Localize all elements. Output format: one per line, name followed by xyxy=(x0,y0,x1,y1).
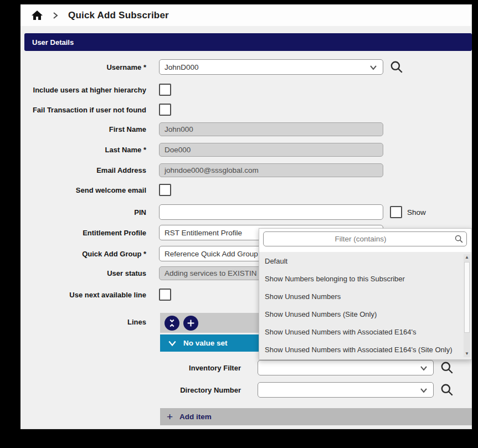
pin-label: PIN xyxy=(20,208,146,217)
send-welcome-checkbox[interactable] xyxy=(159,184,171,196)
scroll-up-icon[interactable]: ▲ xyxy=(464,254,470,261)
page-title: Quick Add Subscriber xyxy=(68,10,169,21)
chevron-down-icon xyxy=(420,364,428,372)
dropdown-scrollbar[interactable]: ▲ ▼ xyxy=(464,254,470,357)
pin-input[interactable] xyxy=(159,204,383,220)
chevron-down-icon xyxy=(369,64,377,71)
quick-add-subscriber-page: Quick Add Subscriber User Details Userna… xyxy=(20,4,472,429)
add-item-button[interactable]: + Add item xyxy=(160,408,472,425)
pin-show-checkbox[interactable] xyxy=(390,206,402,218)
use-next-line-checkbox[interactable] xyxy=(159,289,171,301)
page-header: Quick Add Subscriber xyxy=(20,4,471,26)
filter-search-icon xyxy=(454,234,464,244)
chevron-right-icon xyxy=(52,12,59,19)
quick-add-group-label: Quick Add Group * xyxy=(20,250,146,258)
username-label: Username * xyxy=(20,63,146,71)
directory-number-search-icon[interactable] xyxy=(440,383,454,397)
include-users-label: Include users at higher hierarchy xyxy=(20,86,146,94)
plus-icon: + xyxy=(167,411,173,422)
email-label: Email Address xyxy=(20,166,146,174)
send-welcome-label: Send welcome email xyxy=(20,186,146,194)
scrollbar-thumb[interactable] xyxy=(464,262,470,333)
username-value: JohnD000 xyxy=(165,63,199,71)
first-name-field: John000 xyxy=(159,122,383,136)
inventory-filter-dropdown: Default Show Numbers belonging to this S… xyxy=(259,228,472,360)
add-item-label: Add item xyxy=(179,413,212,421)
dropdown-option[interactable]: Show Unused Numbers (Site Only) xyxy=(259,305,471,323)
entitlement-profile-value: RST Entitlement Profile xyxy=(165,229,242,237)
pin-show-label: Show xyxy=(407,208,426,217)
username-combobox[interactable]: JohnD000 xyxy=(159,59,383,75)
dropdown-option[interactable]: Show Unused Numbers xyxy=(259,287,471,305)
fail-transaction-label: Fail Transaction if user not found xyxy=(20,106,146,114)
home-icon[interactable] xyxy=(30,9,44,22)
dropdown-option[interactable]: Show Unused Numbers with Associated E164… xyxy=(259,341,471,358)
inventory-filter-label: Inventory Filter xyxy=(160,364,241,372)
dropdown-option[interactable]: Default xyxy=(259,252,471,270)
user-details-section-header: User Details xyxy=(24,33,472,51)
last-name-label: Last Name * xyxy=(20,146,146,154)
chevron-down-icon xyxy=(420,387,428,394)
email-field: johndoe000@sssglobal.com xyxy=(159,163,383,177)
last-name-field: Doe000 xyxy=(159,143,383,157)
quick-add-group-value: Reference Quick Add Group xyxy=(165,250,258,258)
collapse-all-button[interactable] xyxy=(165,316,179,331)
entitlement-profile-label: Entitlement Profile xyxy=(20,229,146,237)
dropdown-filter-input[interactable] xyxy=(263,231,467,246)
chevron-down-icon xyxy=(168,339,177,348)
include-users-checkbox[interactable] xyxy=(159,84,171,96)
lines-label: Lines xyxy=(20,318,146,326)
dropdown-option[interactable]: Show Numbers belonging to this Subscribe… xyxy=(259,270,471,287)
username-search-icon[interactable] xyxy=(389,60,404,74)
directory-number-label: Directory Number xyxy=(160,386,241,394)
dropdown-option[interactable]: Show Unused Numbers with Associated E164… xyxy=(259,323,471,341)
user-status-label: User status xyxy=(20,269,146,277)
first-name-label: First Name xyxy=(20,125,146,133)
directory-number-combobox[interactable] xyxy=(258,382,434,398)
add-line-button[interactable] xyxy=(183,316,198,331)
inventory-filter-combobox[interactable] xyxy=(258,360,434,375)
section-title: User Details xyxy=(32,38,74,47)
inventory-filter-search-icon[interactable] xyxy=(440,361,454,375)
scroll-down-icon[interactable]: ▼ xyxy=(464,351,470,357)
line-item-header-label: No value set xyxy=(183,339,228,347)
dropdown-option-list: Default Show Numbers belonging to this S… xyxy=(259,252,471,359)
use-next-line-label: Use next available line xyxy=(20,291,146,299)
fail-transaction-checkbox[interactable] xyxy=(159,104,171,116)
